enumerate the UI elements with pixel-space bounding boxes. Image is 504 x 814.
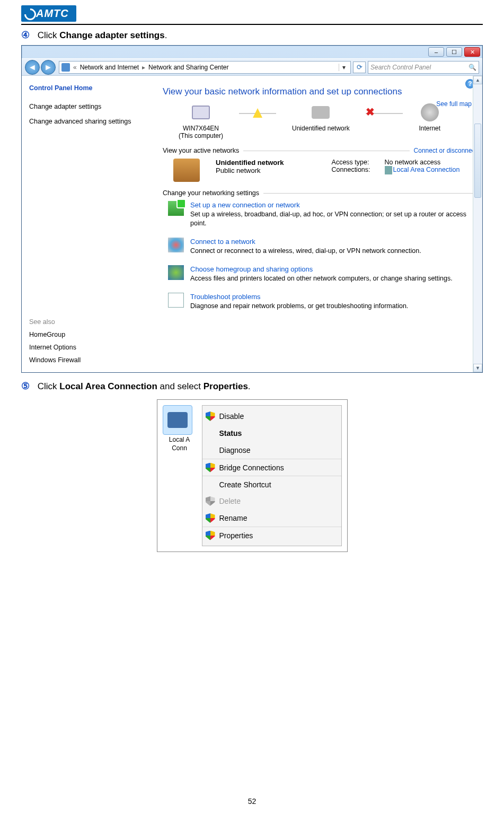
window-min-button[interactable]: – — [428, 47, 444, 57]
setup-connection-icon — [168, 201, 184, 216]
ctx-bridge[interactable]: Bridge Connections — [202, 459, 341, 476]
sidebar-internet-options-link[interactable]: Internet Options — [29, 344, 136, 351]
sidebar-homegroup-link[interactable]: HomeGroup — [29, 331, 136, 338]
ns-troubleshoot[interactable]: Troubleshoot problems Diagnose and repai… — [168, 293, 477, 311]
ns-setup-connection[interactable]: Set up a new connection or network Set u… — [168, 201, 477, 228]
main-heading: View your basic network information and … — [163, 86, 477, 97]
step-5-mid: and select — [157, 381, 204, 391]
ns-homegroup[interactable]: Choose homegroup and sharing options Acc… — [168, 265, 477, 283]
window-titlebar: – ☐ ✕ — [22, 46, 482, 58]
main-pane: ? View your basic network information an… — [144, 76, 482, 372]
public-network-label: Public network — [216, 167, 284, 174]
window-navbar: ◄ ► « Network and Internet ▸ Network and… — [22, 58, 482, 75]
see-also-header: See also — [29, 318, 136, 326]
map-node-internet-label: Internet — [419, 125, 441, 132]
step-4-suffix: . — [165, 30, 167, 40]
sidebar: Control Panel Home Change adapter settin… — [22, 76, 144, 372]
map-line-2: ✖ — [366, 113, 403, 114]
connect-network-icon — [168, 238, 184, 252]
sidebar-firewall-link[interactable]: Windows Firewall — [29, 356, 136, 364]
shield-icon — [206, 463, 215, 472]
step-5: ⑤ Click Local Area Connection and select… — [21, 380, 483, 392]
selected-adapter[interactable]: Local A Conn — [163, 405, 197, 546]
ctx-disable[interactable]: Disable — [202, 408, 341, 425]
control-panel-home-link[interactable]: Control Panel Home — [29, 84, 136, 92]
adapter-label-1: Local A — [163, 436, 197, 443]
ctx-properties[interactable]: Properties — [202, 527, 341, 544]
map-line-1 — [239, 113, 276, 114]
breadcrumb-arrow-icon: ▸ — [142, 64, 145, 71]
ns-connect-network-desc: Connect or reconnect to a wireless, wire… — [190, 247, 421, 256]
window-max-button[interactable]: ☐ — [446, 47, 462, 57]
separator — [243, 151, 409, 151]
map-node-computer: WIN7X64EN (This computer) — [179, 102, 223, 139]
ns-homegroup-desc: Access files and printers located on oth… — [190, 274, 453, 283]
ns-troubleshoot-desc: Diagnose and repair network problems, or… — [190, 302, 408, 311]
ns-setup-connection-desc: Set up a wireless, broadband, dial-up, a… — [190, 210, 477, 228]
separator — [263, 193, 473, 194]
ctx-status[interactable]: Status — [202, 425, 341, 442]
shield-icon — [206, 513, 215, 523]
sidebar-change-sharing-link[interactable]: Change advanced sharing settings — [29, 117, 136, 126]
local-area-connection-link[interactable]: Local Area Connection — [393, 166, 460, 173]
access-type-value: No network access — [385, 159, 441, 166]
network-settings-list: Set up a new connection or network Set u… — [168, 201, 477, 310]
bench-icon — [173, 159, 200, 182]
breadcrumb-icon — [61, 63, 70, 72]
breadcrumb-sep-icon: « — [73, 64, 77, 71]
window-close-button[interactable]: ✕ — [464, 47, 480, 57]
nav-back-button[interactable]: ◄ — [25, 60, 40, 75]
nic-icon — [385, 166, 392, 174]
ns-homegroup-title: Choose homegroup and sharing options — [190, 265, 453, 273]
nav-forward-button[interactable]: ► — [41, 60, 56, 75]
shield-icon — [206, 531, 215, 540]
map-node-internet: Internet — [419, 102, 441, 132]
search-icon: 🔍 — [468, 64, 476, 71]
ctx-diagnose[interactable]: Diagnose — [202, 442, 341, 459]
ns-troubleshoot-title: Troubleshoot problems — [190, 293, 408, 301]
window-body: Control Panel Home Change adapter settin… — [22, 75, 482, 372]
view-active-networks-label: View your active networks Connect or dis… — [163, 147, 477, 154]
scroll-down-button[interactable]: ▼ — [473, 364, 482, 372]
map-node-network-label: Unidentified network — [292, 125, 350, 132]
ctx-delete: Delete — [202, 493, 341, 510]
breadcrumb-item-1[interactable]: Network and Internet — [80, 64, 139, 71]
step-4-bold: Change adapter settings — [59, 30, 164, 40]
adapter-label-2: Conn — [163, 444, 197, 452]
ns-connect-network-title: Connect to a network — [190, 238, 421, 246]
adapter-icon — [163, 405, 192, 435]
context-menu-figure: Local A Conn Disable Status Diagnose Bri… — [157, 399, 348, 552]
scroll-up-button[interactable]: ▲ — [473, 76, 482, 84]
change-network-settings-label: Change your networking settings — [163, 189, 477, 197]
refresh-button[interactable]: ⟳ — [353, 62, 366, 73]
active-network-row: Unidentified network Public network Acce… — [173, 159, 477, 182]
breadcrumb-item-2[interactable]: Network and Sharing Center — [148, 64, 228, 71]
ctx-shortcut[interactable]: Create Shortcut — [202, 476, 341, 493]
step-5-num: ⑤ — [21, 381, 30, 391]
ns-setup-connection-title: Set up a new connection or network — [190, 201, 477, 209]
search-input[interactable]: Search Control Panel 🔍 — [368, 61, 479, 74]
breadcrumb[interactable]: « Network and Internet ▸ Network and Sha… — [59, 61, 351, 74]
homegroup-icon — [168, 265, 184, 280]
logo-bar: AMTC — [21, 5, 483, 25]
access-type-label: Access type: — [332, 159, 378, 166]
shield-icon — [206, 496, 215, 506]
vertical-scrollbar[interactable]: ▲ ▼ — [473, 76, 482, 372]
connections-label: Connections: — [332, 166, 378, 174]
step-5-prefix: Click — [38, 381, 60, 391]
connect-disconnect-link[interactable]: Connect or disconnect — [414, 147, 477, 154]
sidebar-change-adapter-link[interactable]: Change adapter settings — [29, 102, 136, 111]
ns-connect-network[interactable]: Connect to a network Connect or reconnec… — [168, 238, 477, 256]
step-5-suffix: . — [248, 381, 251, 391]
breadcrumb-dropdown-icon[interactable]: ▾ — [339, 64, 348, 71]
shield-icon — [206, 412, 215, 421]
scroll-thumb[interactable] — [474, 124, 481, 198]
brand-logo: AMTC — [21, 5, 76, 22]
troubleshoot-icon — [168, 293, 184, 308]
unidentified-network-title: Unidentified network — [216, 159, 284, 167]
map-node-computer-sub: (This computer) — [179, 132, 223, 139]
search-placeholder: Search Control Panel — [370, 64, 431, 71]
step-5-bold2: Properties — [204, 381, 248, 391]
ctx-rename[interactable]: Rename — [202, 510, 341, 527]
step-4: ④ Click Change adapter settings. — [21, 29, 483, 41]
